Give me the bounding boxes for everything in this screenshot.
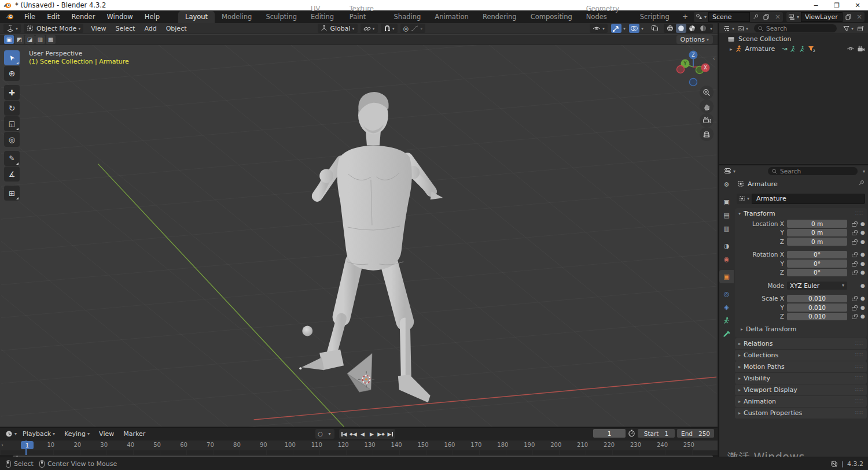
measure-tool-button[interactable]: ∡	[4, 166, 20, 182]
object-id-icon[interactable]: ▾	[737, 194, 752, 204]
scene-browse-icon[interactable]: ▾	[694, 12, 708, 22]
jump-to-start-button[interactable]: ◀	[340, 430, 348, 438]
animate-dot-icon[interactable]: ●	[859, 269, 867, 275]
object-name-field[interactable]: Armature	[752, 194, 865, 204]
scene-name-field[interactable]: Scene	[708, 12, 750, 22]
stopwatch-icon[interactable]	[628, 430, 635, 437]
play-reverse-button[interactable]: ◀	[358, 430, 367, 438]
lock-icon[interactable]	[852, 223, 856, 227]
timeline-editor-type[interactable]: ▾	[4, 429, 18, 438]
add-cube-tool-button[interactable]: ⊞	[4, 186, 20, 201]
viewport-menu-add[interactable]: Add	[139, 23, 161, 34]
workspace-tab-texture-paint[interactable]: Texture Paint	[343, 3, 387, 23]
annotate-tool-button[interactable]: ✎	[4, 151, 20, 166]
properties-options-arrow[interactable]: ▾	[863, 169, 865, 174]
viewlayer-name-field[interactable]: ViewLayer	[801, 12, 843, 22]
lock-icon[interactable]	[852, 263, 856, 267]
gizmo-minus-x-axis[interactable]	[677, 66, 685, 73]
auto-keying-toggle[interactable]: ○	[316, 430, 325, 438]
physics-properties-tab[interactable]: ◎	[719, 287, 734, 301]
animate-dot-icon[interactable]: ●	[859, 230, 867, 235]
animate-dot-icon[interactable]: ●	[859, 283, 867, 288]
maximize-button[interactable]: ❐	[826, 0, 847, 10]
region-collapse-arrow[interactable]: ‹	[713, 55, 715, 61]
menu-window[interactable]: Window	[101, 11, 138, 23]
shading-wireframe-button[interactable]	[665, 24, 675, 33]
panel-grip[interactable]: ········	[855, 388, 863, 393]
properties-search[interactable]: Search	[768, 167, 858, 175]
panel-grip[interactable]: ········	[855, 399, 863, 404]
snap-toggle[interactable]: ▾	[381, 24, 398, 33]
current-frame-indicator[interactable]: 1	[21, 441, 34, 449]
outliner-row-armature[interactable]: ▸ Armature ↝ 2	[719, 44, 868, 54]
xray-toggle[interactable]	[650, 24, 660, 33]
menu-file[interactable]: File	[19, 11, 41, 23]
viewport-ortho-toggle[interactable]	[700, 127, 713, 141]
minimize-button[interactable]: ─	[806, 0, 826, 10]
lock-icon[interactable]	[852, 272, 856, 275]
viewport-canvas[interactable]	[0, 45, 718, 427]
animate-dot-icon[interactable]: ●	[859, 221, 867, 227]
move-tool-button[interactable]: ✚	[4, 85, 20, 100]
jump-to-end-button[interactable]: ▶	[386, 430, 395, 438]
viewport-zoom-button[interactable]	[700, 86, 713, 99]
mode-selector[interactable]: Object Mode ▾	[24, 24, 83, 33]
start-frame-field[interactable]: Start 1	[638, 429, 675, 438]
transform-value-field[interactable]: 0 m	[787, 229, 847, 237]
transform-value-field[interactable]: 0.010	[787, 313, 847, 321]
navigation-gizmo[interactable]: Z Y X	[673, 49, 715, 90]
new-collection-button[interactable]	[855, 24, 866, 33]
shading-rendered-button[interactable]	[698, 24, 708, 33]
animate-dot-icon[interactable]: ●	[859, 251, 867, 257]
select-mode-subtract-button[interactable]: ◪	[25, 35, 35, 44]
transform-value-field[interactable]: 0.010	[787, 304, 847, 312]
viewlayer-selector[interactable]: ▾ ViewLayer ×	[786, 12, 865, 22]
outliner-row-scene-collection[interactable]: Scene Collection	[719, 34, 868, 44]
panel-grip[interactable]: ········	[855, 212, 863, 216]
editor-type-button[interactable]: ▾	[3, 24, 21, 33]
workspace-tab-scripting[interactable]: Scripting	[633, 11, 676, 23]
scene-pin-icon[interactable]	[751, 12, 761, 21]
panel-relations[interactable]: ▸Relations········	[735, 338, 867, 349]
workspace-tab-animation[interactable]: Animation	[428, 11, 476, 23]
workspace-tab-modeling[interactable]: Modeling	[215, 11, 259, 23]
lock-icon[interactable]	[852, 298, 856, 301]
select-mode-intersect-button[interactable]: ▩	[46, 35, 56, 44]
overlays-toggle[interactable]	[629, 24, 639, 33]
viewlayer-new-icon[interactable]	[843, 12, 854, 21]
animate-dot-icon[interactable]: ●	[859, 313, 867, 319]
transform-value-field[interactable]: 0 m	[787, 220, 847, 228]
add-workspace-button[interactable]: +	[676, 11, 694, 23]
transform-orientation[interactable]: Global ▾	[318, 24, 358, 33]
animate-dot-icon[interactable]: ●	[859, 295, 867, 301]
panel-grip[interactable]: ········	[855, 342, 863, 346]
panel-animation[interactable]: ▸Animation········	[735, 396, 867, 407]
current-frame-field[interactable]: 1	[593, 429, 626, 438]
object-properties-tab[interactable]: ▣	[719, 270, 734, 283]
hide-eye-icon[interactable]	[847, 46, 855, 52]
transform-value-field[interactable]: 0°	[787, 251, 847, 259]
transform-value-field[interactable]: 0°	[787, 260, 847, 268]
workspace-tab-geometry-nodes[interactable]: Geometry Nodes	[579, 3, 633, 23]
outliner-search[interactable]: Search	[754, 24, 837, 32]
scale-tool-button[interactable]: ◱	[4, 116, 20, 131]
pin-icon[interactable]	[858, 180, 865, 188]
next-keyframe-button[interactable]: ▶◆	[377, 430, 385, 438]
rotation-mode-dropdown[interactable]: XYZ Euler▾	[787, 282, 847, 290]
expand-arrow-icon[interactable]: ▸	[730, 46, 733, 52]
select-mode-extend-button[interactable]: ◩	[14, 35, 24, 44]
viewlayer-remove-icon[interactable]: ×	[854, 12, 865, 21]
scene-unlink-icon[interactable]: ×	[773, 12, 783, 21]
outliner-filter-button[interactable]: ▾	[842, 24, 855, 33]
workspace-tab-uv-editing[interactable]: UV Editing	[304, 3, 343, 23]
viewport-menu-select[interactable]: Select	[111, 23, 139, 34]
timeline-track[interactable]	[0, 450, 718, 455]
viewport-menu-object[interactable]: Object	[161, 23, 192, 34]
snap-target-button[interactable]: ▾	[361, 24, 378, 33]
lock-icon[interactable]	[852, 232, 856, 235]
show-gizmo-visibility[interactable]: ▾	[590, 24, 608, 33]
workspace-tab-layout[interactable]: Layout	[178, 11, 215, 23]
viewlayer-browse-icon[interactable]: ▾	[786, 12, 801, 22]
blender-menu-logo-icon[interactable]	[6, 13, 14, 20]
lock-icon[interactable]	[852, 316, 856, 319]
